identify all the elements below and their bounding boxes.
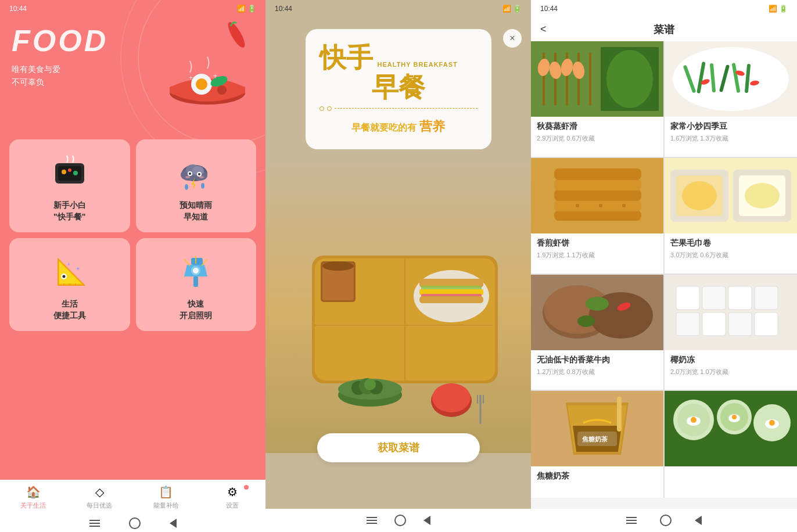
- svg-rect-117: [702, 286, 726, 310]
- panel-cookbook: 10:44 📶 🔋 < 菜谱: [531, 0, 797, 532]
- recipe-stats-beef: 1.2万浏览 0.8万收藏: [537, 368, 658, 376]
- card-description: 早餐就要吃的有 营养: [319, 118, 478, 135]
- energy-icon: 📋: [159, 485, 173, 499]
- svg-point-11: [68, 168, 71, 172]
- svg-point-24: [198, 173, 200, 175]
- card-tools[interactable]: ✦ ✦ 生活 便捷工具: [9, 238, 130, 331]
- svg-point-26: [199, 176, 204, 178]
- card-weather[interactable]: 预知晴雨 早知道: [136, 139, 257, 232]
- recipe-stats-shrimp-steamed: 2.9万浏览 0.6万收藏: [537, 134, 658, 143]
- svg-rect-116: [676, 286, 699, 310]
- home-button-1[interactable]: [129, 517, 141, 529]
- recipe-item-shrimp-cake[interactable]: 香煎虾饼 1.9万浏览 1.1万收藏: [531, 158, 663, 274]
- recipe-item-shrimp-steamed[interactable]: 秋葵蒸虾滑 2.9万浏览 0.6万收藏: [531, 41, 663, 157]
- recipe-item-mango-roll[interactable]: 芒果毛巾卷 3.0万浏览 0.6万收藏: [665, 158, 797, 274]
- time-1: 10:44: [9, 5, 27, 13]
- svg-rect-95: [554, 189, 641, 201]
- svg-point-107: [745, 183, 780, 209]
- svg-rect-122: [728, 312, 752, 336]
- close-button[interactable]: ×: [503, 29, 522, 48]
- back-icon[interactable]: <: [540, 23, 547, 35]
- decorative-circles: [319, 106, 478, 111]
- svg-point-25: [185, 176, 190, 178]
- weather-icon: [173, 149, 219, 195]
- recipe-item-coconut-jelly[interactable]: 椰奶冻 2.0万浏览 1.0万收藏: [665, 275, 797, 390]
- svg-point-80: [606, 50, 653, 108]
- nav-settings[interactable]: ⚙ 设置: [199, 485, 265, 510]
- svg-point-20: [201, 183, 204, 189]
- nav-energy[interactable]: 📋 能量补给: [133, 485, 199, 510]
- panel-recipe-ad: 10:44 📶 🔋 × 快手 HEALTHY BREAKFAST 早餐 早餐就要…: [265, 0, 531, 532]
- svg-rect-93: [554, 210, 641, 221]
- get-recipe-button[interactable]: 获取菜谱: [317, 433, 480, 462]
- nav-daily-picks[interactable]: ◇ 每日优选: [66, 485, 132, 510]
- svg-point-65: [432, 383, 471, 412]
- svg-rect-119: [755, 286, 778, 310]
- card-title-main: 快手: [319, 43, 373, 73]
- close-icon: ×: [509, 33, 515, 44]
- hero-section: FOOD 唯有美食与爱 不可辜负: [0, 17, 265, 134]
- home-button-2[interactable]: [394, 515, 406, 526]
- menu-button-2[interactable]: [367, 517, 377, 524]
- card-title-second: 早餐: [319, 73, 478, 102]
- recipe-info-green-beans: 家常小炒四季豆 1.6万浏览 1.3万收藏: [665, 117, 797, 148]
- svg-rect-71: [554, 53, 557, 105]
- svg-point-22: [189, 172, 191, 175]
- svg-point-137: [732, 415, 737, 419]
- card-title-row: 快手 HEALTHY BREAKFAST: [319, 43, 478, 73]
- tools-label: 生活 便捷工具: [53, 299, 86, 321]
- quick-meal-icon: [46, 149, 93, 195]
- recipe-img-caramel-tea: 焦糖奶茶: [531, 391, 663, 466]
- card-quick-meal[interactable]: 新手小白 "快手餐": [9, 139, 130, 232]
- svg-point-105: [682, 181, 717, 210]
- panel-home: 10:44 📶 🔋 FOOD 唯有美食与爱 不可辜负: [0, 0, 265, 532]
- recipe-item-caramel-tea[interactable]: 焦糖奶茶 焦糖奶茶: [531, 391, 663, 498]
- svg-point-10: [62, 170, 66, 174]
- svg-rect-40: [193, 276, 198, 287]
- menu-button-1[interactable]: [89, 520, 100, 527]
- recipe-stats-mango-roll: 3.0万浏览 0.6万收藏: [670, 251, 791, 260]
- svg-rect-127: [617, 397, 622, 432]
- tools-icon: ✦ ✦: [46, 247, 93, 294]
- recipe-info-coconut-jelly: 椰奶冻 2.0万浏览 1.0万收藏: [665, 350, 797, 381]
- svg-rect-96: [554, 179, 641, 190]
- recipe-img-mango-roll: [665, 158, 797, 233]
- recipe-info-caramel-tea: 焦糖奶茶: [531, 466, 663, 488]
- menu-button-3[interactable]: [626, 517, 637, 524]
- quick-meal-label: 新手小白 "快手餐": [53, 200, 86, 222]
- svg-point-39: [193, 268, 199, 274]
- recipe-info-shrimp-steamed: 秋葵蒸虾滑 2.9万浏览 0.6万收藏: [531, 117, 663, 148]
- svg-point-57: [322, 261, 354, 271]
- weather-label: 预知晴雨 早知道: [179, 200, 212, 222]
- recipe-img-green-beans: [665, 41, 797, 117]
- recipe-item-green-beans[interactable]: 家常小炒四季豆 1.6万浏览 1.3万收藏: [665, 41, 797, 157]
- back-button-1[interactable]: [170, 519, 177, 528]
- svg-rect-97: [554, 168, 641, 180]
- highlight-text: 营养: [419, 119, 445, 134]
- diamond-icon: ◇: [95, 485, 104, 499]
- recipe-name-coconut-jelly: 椰奶冻: [670, 355, 791, 365]
- svg-rect-94: [554, 200, 641, 211]
- svg-point-139: [769, 420, 775, 426]
- nav-about-life[interactable]: 🏠 关于生活: [0, 485, 66, 510]
- svg-rect-73: [577, 53, 580, 105]
- system-bar-1: [0, 515, 265, 532]
- recipe-name-caramel-tea: 焦糖奶茶: [537, 471, 658, 481]
- notification-dot: [244, 485, 249, 490]
- svg-text:✦: ✦: [76, 265, 80, 272]
- home-icon: 🏠: [26, 485, 41, 499]
- back-button-2[interactable]: [423, 516, 430, 525]
- recipe-item-beef[interactable]: 无油低卡的香菜牛肉 1.2万浏览 0.8万收藏: [531, 275, 663, 390]
- recipe-img-shrimp-cake: [531, 158, 663, 233]
- recipe-info-egg-dish: [665, 466, 797, 478]
- system-bar-2: [265, 509, 531, 532]
- svg-text:+: +: [213, 72, 217, 80]
- recipe-info-beef: 无油低卡的香菜牛肉 1.2万浏览 0.8万收藏: [531, 350, 663, 381]
- recipe-item-egg-dish[interactable]: [665, 391, 797, 498]
- card-flashlight[interactable]: 快速 开启照明: [136, 238, 257, 331]
- home-button-3[interactable]: [660, 515, 672, 526]
- time-2: 10:44: [275, 5, 292, 13]
- back-button-3[interactable]: [695, 516, 702, 525]
- flashlight-icon: [173, 247, 219, 294]
- svg-point-63: [364, 379, 376, 390]
